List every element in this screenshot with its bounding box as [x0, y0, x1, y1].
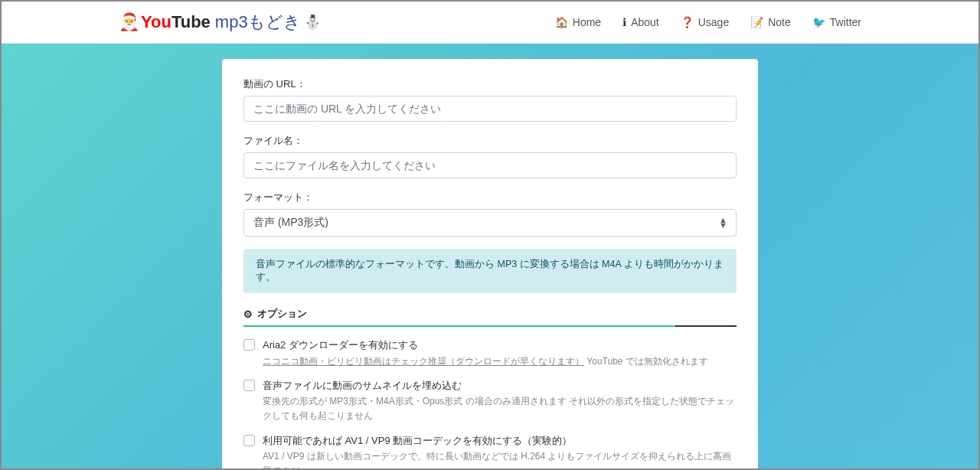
snowman-icon: ⛄ — [304, 14, 321, 31]
option-desc: AV1 / VP9 は新しい動画コーデックで、特に長い動画などでは H.264 … — [263, 449, 737, 468]
format-group: フォーマット： 音声 (MP3形式) ▲▼ — [243, 191, 737, 237]
url-label: 動画の URL： — [243, 77, 737, 91]
format-selected-value: 音声 (MP3形式) — [253, 216, 328, 228]
filename-input[interactable] — [243, 152, 737, 178]
santa-hat-icon: 🎅 — [119, 12, 139, 32]
nav-label: Twitter — [830, 16, 861, 28]
option-title: 利用可能であれば AV1 / VP9 動画コーデックを有効にする（実験的） — [263, 433, 737, 449]
format-info-box: 音声ファイルの標準的なフォーマットです。動画から MP3 に変換する場合は M4… — [243, 249, 737, 293]
option-title: Aria2 ダウンローダーを有効にする — [263, 338, 737, 353]
option-desc: ニコニコ動画・ビリビリ動画はチェック推奨（ダウンロードが早くなります） YouT… — [263, 354, 737, 369]
help-icon: ❓ — [681, 16, 694, 28]
twitter-icon: 🐦 — [812, 16, 825, 28]
nav-label: Usage — [698, 16, 729, 28]
note-icon: 📝 — [750, 16, 763, 28]
option-codec-checkbox[interactable] — [243, 435, 255, 446]
url-group: 動画の URL： — [243, 77, 737, 122]
nav-label: About — [631, 16, 659, 28]
nav-usage[interactable]: ❓ Usage — [681, 16, 729, 28]
logo-tube: Tube — [172, 12, 211, 32]
main-form-card: 動画の URL： ファイル名： フォーマット： 音声 (MP3形式) ▲▼ — [222, 59, 758, 468]
option-desc-link[interactable]: ニコニコ動画・ビリビリ動画はチェック推奨（ダウンロードが早くなります） — [263, 356, 584, 367]
gear-icon: ⚙ — [243, 308, 253, 320]
nav-home[interactable]: 🏠 Home — [555, 16, 601, 28]
option-desc: 変換先の形式が MP3形式・M4A形式・Opus形式 の場合のみ適用されます そ… — [263, 394, 737, 423]
home-icon: 🏠 — [555, 16, 568, 28]
site-logo[interactable]: 🎅 YouTube mp3もどき ⛄ — [119, 11, 321, 34]
option-aria2-checkbox[interactable] — [243, 339, 255, 351]
option-title: 音声ファイルに動画のサムネイルを埋め込む — [263, 378, 737, 393]
nav-label: Home — [573, 16, 601, 28]
header: 🎅 YouTube mp3もどき ⛄ 🏠 Home ℹ About ❓ — [2, 2, 978, 44]
nav-label: Note — [768, 16, 791, 28]
format-label: フォーマット： — [243, 191, 737, 204]
options-header-label: オプション — [257, 307, 307, 321]
option-aria2: Aria2 ダウンローダーを有効にする ニコニコ動画・ビリビリ動画はチェック推奨… — [243, 338, 737, 369]
option-thumbnail: 音声ファイルに動画のサムネイルを埋め込む 変換先の形式が MP3形式・M4A形式… — [243, 378, 737, 424]
logo-mp3: mp3もどき — [215, 11, 301, 34]
url-input[interactable] — [243, 96, 737, 122]
option-desc-rest: YouTube では無効化されます — [584, 356, 708, 367]
filename-label: ファイル名： — [243, 134, 737, 148]
nav-twitter[interactable]: 🐦 Twitter — [812, 16, 861, 28]
info-icon: ℹ — [622, 16, 626, 28]
logo-you: You — [141, 12, 172, 32]
main-background: 動画の URL： ファイル名： フォーマット： 音声 (MP3形式) ▲▼ — [2, 44, 978, 468]
option-thumbnail-checkbox[interactable] — [243, 380, 255, 391]
main-nav: 🏠 Home ℹ About ❓ Usage 📝 Note — [555, 16, 861, 28]
nav-about[interactable]: ℹ About — [622, 16, 659, 28]
options-header: ⚙ オプション — [243, 307, 737, 327]
nav-note[interactable]: 📝 Note — [750, 16, 791, 28]
filename-group: ファイル名： — [243, 134, 737, 178]
option-codec: 利用可能であれば AV1 / VP9 動画コーデックを有効にする（実験的） AV… — [243, 433, 737, 468]
format-select[interactable]: 音声 (MP3形式) — [243, 209, 737, 237]
